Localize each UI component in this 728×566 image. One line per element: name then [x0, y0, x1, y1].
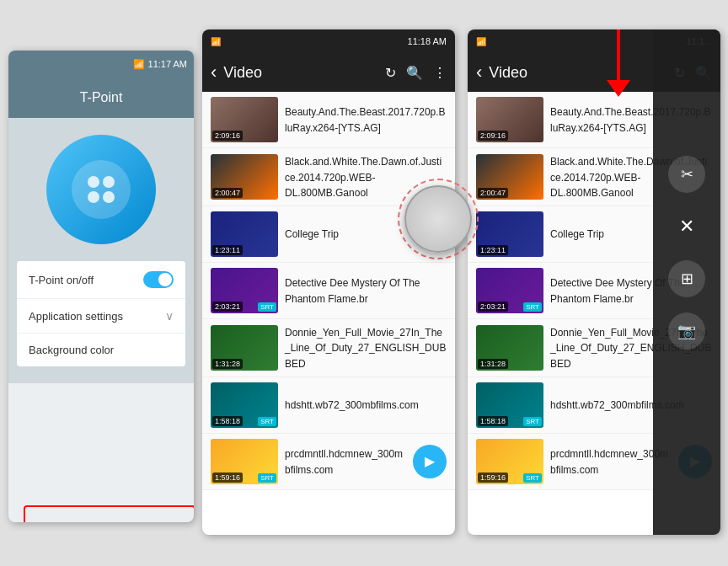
dot4 [103, 191, 115, 203]
duration-badge: 2:00:47 [212, 188, 243, 198]
dot1 [88, 176, 99, 188]
video-title: Donnie_Yen_Full_Movie_27In_The_Line_Of_D… [285, 327, 446, 370]
signal-icon-2: 📶 [211, 37, 221, 46]
status-icons-1: 📶 11:17 AM [133, 59, 187, 70]
phone-icon [72, 160, 131, 219]
thumbnail: 2:00:47 [476, 154, 543, 200]
thumbnail: 2:09:16 [211, 97, 278, 142]
signal-icon-3: 📶 [476, 37, 486, 46]
dot3 [88, 191, 99, 203]
screen-tpoint: 📶 11:17 AM T-Point T-Point on/off [8, 51, 194, 522]
thumbnail: 1:58:18 SRT [211, 382, 278, 428]
phone-dots [88, 176, 115, 203]
app-settings-row[interactable]: Application settings ∨ [17, 299, 185, 334]
video-title: prcdmntll.hdcmnew_300mbfilms.com [550, 448, 668, 476]
list-item[interactable]: 1:31:28 Donnie_Yen_Full_Movie_27In_The_L… [202, 319, 455, 377]
play-button[interactable]: ▶ [413, 445, 447, 478]
dot2 [103, 176, 115, 188]
video-title: hdshtt.wb72_300mbfilms.com [285, 399, 419, 411]
tpoint-toggle[interactable] [143, 271, 174, 288]
time-label-2: 11:18 AM [408, 36, 447, 46]
app-header-2: ‹ Video ↻ 🔍 ⋮ [202, 53, 455, 92]
header-title-2: Video [223, 64, 378, 82]
list-item[interactable]: 1:59:16 SRT prcdmntll.hdcmnew_300mbfilms… [202, 434, 455, 490]
list-item[interactable]: 2:03:21 SRT Detective Dee Mystery Of The… [202, 263, 455, 319]
tpoint-circle [46, 135, 156, 244]
duration-badge: 1:23:11 [478, 245, 508, 255]
back-button-2[interactable]: ‹ [211, 61, 217, 83]
thumbnail: 2:03:21 SRT [211, 268, 278, 313]
duration-badge: 2:09:16 [478, 131, 508, 141]
srt-badge: SRT [258, 302, 276, 312]
srt-badge: SRT [523, 473, 542, 483]
status-bar-1: 📶 11:17 AM [8, 51, 194, 77]
status-bar-2: 📶 11:18 AM [202, 29, 455, 53]
video-list-2: 2:09:16 Beauty.And.The.Beast.2017.720p.B… [202, 92, 455, 490]
signal-icon: 📶 [133, 59, 145, 70]
tpoint-toggle-row[interactable]: T-Point on/off [17, 261, 185, 299]
duration-badge: 1:58:18 [478, 416, 508, 426]
settings-section: T-Point on/off Application settings ∨ Ba… [17, 261, 185, 366]
thumbnail: 1:59:16 SRT [211, 439, 278, 484]
toggle-label: T-Point on/off [29, 274, 94, 286]
list-item[interactable]: 2:09:16 Beauty.And.The.Beast.2017.720p.B… [202, 92, 455, 148]
header-icons-2: ↻ 🔍 ⋮ [385, 65, 447, 81]
close-button[interactable]: ✕ [668, 208, 705, 245]
video-title: prcdmntll.hdcmnew_300mbfilms.com [285, 448, 403, 476]
app-settings-label: Application settings [29, 310, 123, 323]
app-title-1: T-Point [80, 90, 123, 105]
grid-button[interactable]: ⊞ [668, 260, 705, 297]
srt-badge: SRT [258, 473, 276, 483]
camera-button[interactable]: 📷 [668, 312, 705, 350]
video-info: Detective Dee Mystery Of The Phantom Fla… [285, 275, 447, 306]
video-title: College Trip [550, 228, 604, 240]
dark-overlay-panel: ✂ ✕ ⊞ 📷 [653, 29, 720, 535]
thumbnail: 1:23:11 [211, 211, 278, 257]
thumbnail: 2:03:21 SRT [476, 268, 543, 313]
search-button-2[interactable]: 🔍 [406, 65, 423, 81]
video-info: Beauty.And.The.Beast.2017.720p.BluRay.x2… [285, 104, 447, 135]
tpoint-body: T-Point on/off Application settings ∨ Ba… [8, 118, 194, 383]
thumbnail: 1:59:16 SRT [476, 439, 543, 484]
duration-badge: 2:09:16 [212, 131, 243, 141]
srt-badge: SRT [523, 417, 542, 426]
duration-badge: 1:59:16 [478, 473, 508, 483]
chevron-icon-settings: ∨ [165, 309, 174, 323]
duration-badge: 1:31:28 [478, 359, 508, 369]
video-info: Donnie_Yen_Full_Movie_27In_The_Line_Of_D… [285, 324, 447, 371]
thumbnail: 2:00:47 [211, 154, 278, 200]
duration-badge: 2:00:47 [478, 188, 508, 198]
screen-video-overlay: 📶 11:1... ‹ Video ↻ 🔍 2:09:16 Beauty.And… [468, 29, 720, 535]
duration-badge: 2:03:21 [478, 302, 508, 312]
video-info: prcdmntll.hdcmnew_300mbfilms.com [285, 446, 406, 477]
red-border-highlight [24, 505, 194, 522]
duration-badge: 1:23:11 [212, 245, 243, 255]
list-item[interactable]: 1:58:18 SRT hdshtt.wb72_300mbfilms.com [202, 377, 455, 434]
more-button-2[interactable]: ⋮ [433, 65, 447, 81]
thumbnail: 2:09:16 [476, 97, 543, 142]
duration-badge: 1:58:18 [212, 416, 243, 426]
srt-badge: SRT [258, 417, 276, 426]
video-title: Detective Dee Mystery Of The Phantom Fla… [285, 277, 420, 305]
duration-badge: 2:03:21 [212, 302, 243, 312]
duration-badge: 1:59:16 [212, 473, 243, 483]
refresh-button-2[interactable]: ↻ [385, 65, 396, 81]
bg-color-row[interactable]: Background color [17, 334, 185, 366]
thumbnail: 1:31:28 [211, 325, 278, 371]
screen-video-list: 📶 11:18 AM ‹ Video ↻ 🔍 ⋮ 2:09:16 Beauty.… [202, 29, 455, 535]
red-arrow-indicator [593, 29, 644, 97]
float-circle[interactable] [404, 185, 472, 253]
video-title: Beauty.And.The.Beast.2017.720p.BluRay.x2… [285, 106, 446, 134]
thumbnail: 1:58:18 SRT [476, 382, 543, 428]
srt-badge: SRT [523, 302, 542, 312]
back-button-3[interactable]: ‹ [476, 61, 482, 83]
app-header-1: T-Point [8, 77, 194, 118]
scissors-button[interactable]: ✂ [668, 156, 705, 193]
video-info: hdshtt.wb72_300mbfilms.com [285, 397, 447, 413]
time-label-1: 11:17 AM [148, 59, 187, 69]
thumbnail: 1:31:28 [476, 325, 543, 371]
video-title: College Trip [285, 228, 339, 240]
thumbnail: 1:23:11 [476, 211, 543, 257]
duration-badge: 1:31:28 [212, 359, 243, 369]
bg-color-label: Background color [29, 344, 114, 356]
